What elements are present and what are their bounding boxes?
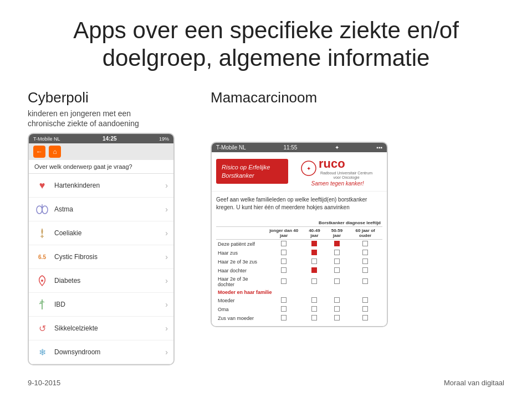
list-item[interactable]: ↺ Sikkelcelziekte › xyxy=(29,317,173,340)
phone-list: ♥ Hartenkinderen › Astma xyxy=(29,174,173,364)
checkbox-cell[interactable] xyxy=(348,249,382,257)
arrow-icon: › xyxy=(165,205,168,214)
list-item[interactable]: IBD › xyxy=(29,293,173,317)
ibd-icon xyxy=(34,297,50,312)
row-label: Moeder xyxy=(216,296,264,305)
checkbox-cell[interactable] xyxy=(348,314,382,323)
checkbox-cell[interactable] xyxy=(303,296,326,305)
item-label-diabetes: Diabetes xyxy=(54,277,165,285)
cyberpoli-phone-mockup: T-Mobile NL 14:25 19% ← ⌂ Over welk onde… xyxy=(28,133,175,365)
ruco-instructions: Geef aan welke familieleden op welke lee… xyxy=(212,191,387,216)
checkbox-cell[interactable] xyxy=(326,296,349,305)
ruco-tagline: Samen tegen kanker! xyxy=(311,180,364,187)
col-header-1: jonger dan 40 jaar xyxy=(264,226,303,239)
checkbox-cell[interactable] xyxy=(264,257,303,266)
ruco-red-box: Risico op Erfelijke Borstkanker xyxy=(216,159,288,184)
content-area: Cyberpoli kinderen en jongeren met een c… xyxy=(28,89,504,373)
cyberpoli-subtitle: kinderen en jongeren met een chronische … xyxy=(28,108,200,128)
footer-date: 9-10-2015 xyxy=(28,379,60,387)
checkbox-cell[interactable] xyxy=(348,257,382,266)
left-column: Cyberpoli kinderen en jongeren met een c… xyxy=(28,89,200,373)
table-row: Haar dochter xyxy=(216,266,382,275)
list-item[interactable]: ❄ Downsyndroom › xyxy=(29,340,173,364)
table-row: Deze patiënt zelf xyxy=(216,239,382,249)
row-label: Haar dochter xyxy=(216,266,264,275)
checkbox-cell[interactable] xyxy=(264,266,303,275)
checkbox-cell[interactable] xyxy=(264,296,303,305)
ruco-subtext: Radboud Universitair Centrum voor Oncolo… xyxy=(319,171,374,180)
footer-bar: 9-10-2015 Moraal van digitaal xyxy=(28,373,504,387)
table-row: Moeder xyxy=(216,296,382,305)
list-item[interactable]: Coeliakie › xyxy=(29,221,173,245)
checkbox-cell[interactable] xyxy=(326,257,349,266)
checkbox-cell[interactable] xyxy=(326,249,349,257)
phone-question: Over welk onderwerp gaat je vraag? xyxy=(29,160,173,174)
table-row: Haar 2e of 3e dochter xyxy=(216,275,382,288)
slide-title: Apps over een specifieke ziekte en/of do… xyxy=(28,17,504,73)
checkbox-cell[interactable] xyxy=(303,275,326,288)
ruco-emblem: ✦ xyxy=(301,161,316,176)
checkbox-cell[interactable] xyxy=(326,314,349,323)
arrow-icon: › xyxy=(165,348,168,356)
carrier-left: T-Mobile NL xyxy=(33,136,60,142)
section-header-row: Moeder en haar familie xyxy=(216,288,382,296)
checkbox-cell[interactable] xyxy=(303,239,326,249)
checkbox-cell[interactable] xyxy=(264,249,303,257)
battery-icon-right: ▪▪▪ xyxy=(376,144,382,151)
row-label: Zus van moeder xyxy=(216,314,264,323)
arrow-icon: › xyxy=(165,181,168,190)
list-item[interactable]: Diabetes › xyxy=(29,269,173,293)
arrow-icon: › xyxy=(165,300,168,309)
checkbox-cell[interactable] xyxy=(303,249,326,257)
col-header-4: 60 jaar of ouder xyxy=(348,226,382,239)
list-item-cystic-fibrosis[interactable]: 6.5 Cystic Fibrosis › xyxy=(29,245,173,269)
checkbox-cell[interactable] xyxy=(348,275,382,288)
checkbox-cell[interactable] xyxy=(264,275,303,288)
row-label: Haar zus xyxy=(216,249,264,257)
time-right: 11:55 xyxy=(283,144,297,151)
ruco-table-container: Borstkanker diagnose leeftijd jonger dan… xyxy=(212,216,387,326)
sikkelcel-icon: ↺ xyxy=(34,321,50,336)
checkbox-cell[interactable] xyxy=(264,239,303,249)
checkbox-cell[interactable] xyxy=(348,296,382,305)
list-item[interactable]: ♥ Hartenkinderen › xyxy=(29,174,173,198)
ruco-table: Borstkanker diagnose leeftijd jonger dan… xyxy=(216,219,382,323)
checkbox-cell[interactable] xyxy=(348,305,382,314)
slide-container: Apps over een specifieke ziekte en/of do… xyxy=(0,0,532,398)
checkbox-cell[interactable] xyxy=(348,239,382,249)
item-label-ibd: IBD xyxy=(54,301,165,308)
carrier-right: T-Mobile NL xyxy=(216,144,246,151)
checkbox-cell[interactable] xyxy=(303,305,326,314)
checkbox-cell[interactable] xyxy=(264,305,303,314)
arrow-icon: › xyxy=(165,252,168,261)
checkbox-cell[interactable] xyxy=(326,239,349,249)
back-button[interactable]: ← xyxy=(33,146,45,158)
checkbox-cell[interactable] xyxy=(326,266,349,275)
table-main-title: Borstkanker diagnose leeftijd xyxy=(216,219,382,227)
checkbox-cell[interactable] xyxy=(303,266,326,275)
checkbox-cell[interactable] xyxy=(326,275,349,288)
arrow-icon: › xyxy=(165,229,168,237)
svg-point-1 xyxy=(42,206,48,214)
footer-text: Moraal van digitaal xyxy=(444,379,504,387)
checkbox-cell[interactable] xyxy=(303,257,326,266)
list-item[interactable]: Astma › xyxy=(29,198,173,221)
cf-icon: 6.5 xyxy=(34,249,50,265)
checkbox-cell[interactable] xyxy=(264,314,303,323)
phone-nav-bar: ← ⌂ xyxy=(29,143,173,160)
coeliakie-icon xyxy=(34,225,50,241)
col-header-0 xyxy=(216,226,264,239)
bluetooth-icon: ✦ xyxy=(335,144,339,151)
checkbox-cell[interactable] xyxy=(326,305,349,314)
ruco-red-text: Risico op Erfelijke Borstkanker xyxy=(222,164,270,178)
home-button[interactable]: ⌂ xyxy=(49,146,61,158)
lungs-icon xyxy=(34,201,50,217)
svg-point-0 xyxy=(37,206,42,214)
right-column: Mamacarcinoom T-Mobile NL 11:55 ✦ ▪▪▪ Ri… xyxy=(211,89,504,373)
item-label-downsyndroom: Downsyndroom xyxy=(54,348,165,356)
checkbox-cell[interactable] xyxy=(348,266,382,275)
arrow-icon: › xyxy=(165,276,168,285)
time-left: 14:25 xyxy=(103,136,117,142)
checkbox-cell[interactable] xyxy=(303,314,326,323)
table-row: Haar zus xyxy=(216,249,382,257)
